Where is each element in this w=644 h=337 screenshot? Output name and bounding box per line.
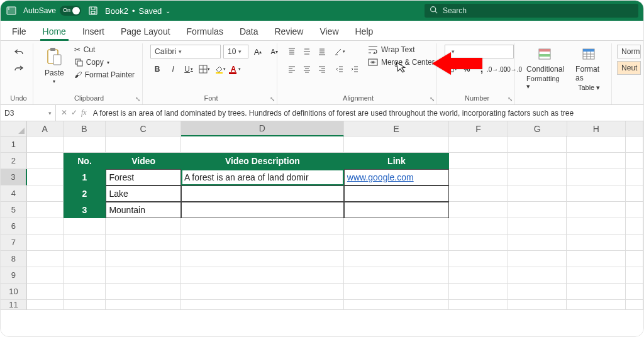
row-header[interactable]: 9: [1, 267, 27, 284]
cell[interactable]: [181, 300, 344, 310]
name-box[interactable]: D3 ▾: [1, 105, 56, 121]
tab-file[interactable]: File: [9, 23, 29, 40]
cell[interactable]: [567, 267, 626, 284]
table-cell[interactable]: www.google.com: [344, 169, 449, 185]
save-icon[interactable]: [87, 5, 99, 16]
align-center-button[interactable]: [300, 62, 314, 76]
alignment-launcher[interactable]: ⤡: [430, 96, 435, 102]
cell[interactable]: [567, 153, 626, 169]
cell[interactable]: [344, 267, 449, 284]
col-header-d[interactable]: D: [181, 121, 344, 136]
decrease-indent-button[interactable]: [333, 62, 347, 76]
col-header-g[interactable]: G: [508, 121, 567, 136]
row-header[interactable]: 10: [1, 284, 27, 300]
table-cell[interactable]: 1: [64, 169, 106, 185]
table-cell[interactable]: Mountain: [106, 202, 181, 218]
cell[interactable]: [106, 251, 181, 267]
row-header[interactable]: 3: [1, 169, 27, 185]
col-header-b[interactable]: B: [64, 121, 106, 136]
cell[interactable]: [508, 267, 567, 284]
cell[interactable]: [27, 235, 64, 251]
cell[interactable]: [344, 300, 449, 310]
number-launcher[interactable]: ⤡: [508, 96, 513, 102]
orientation-button[interactable]: ▾: [333, 45, 347, 58]
cell[interactable]: [344, 218, 449, 235]
table-cell[interactable]: [344, 202, 449, 218]
cell[interactable]: [344, 284, 449, 300]
cancel-formula-icon[interactable]: ✕: [61, 108, 67, 118]
cell[interactable]: [449, 153, 508, 169]
cell[interactable]: [449, 267, 508, 284]
cell[interactable]: [27, 300, 64, 310]
row-header[interactable]: 4: [1, 185, 27, 202]
cell[interactable]: [27, 153, 64, 169]
search-box[interactable]: Search: [425, 4, 638, 18]
row-header[interactable]: 6: [1, 218, 27, 235]
increase-font-button[interactable]: A▴: [251, 45, 265, 58]
cell[interactable]: [508, 153, 567, 169]
cell[interactable]: [106, 300, 181, 310]
cell[interactable]: [449, 136, 508, 153]
col-header-e[interactable]: E: [344, 121, 449, 136]
toggle-switch[interactable]: On: [60, 6, 81, 16]
row-header[interactable]: 7: [1, 235, 27, 251]
bold-button[interactable]: B: [150, 62, 164, 76]
table-header-no[interactable]: No.: [64, 153, 106, 169]
cell[interactable]: [626, 185, 643, 202]
cell[interactable]: [449, 284, 508, 300]
font-launcher[interactable]: ⤡: [270, 96, 275, 102]
cell[interactable]: [626, 235, 643, 251]
cell[interactable]: [181, 218, 344, 235]
cell[interactable]: [27, 284, 64, 300]
row-header[interactable]: 1: [1, 136, 27, 153]
spreadsheet-grid[interactable]: A B C D E F G H 1 2 No. Video Video Desc…: [1, 121, 643, 310]
select-all-corner[interactable]: [1, 121, 27, 136]
col-header-a[interactable]: A: [27, 121, 64, 136]
italic-button[interactable]: I: [166, 62, 180, 76]
table-header-desc[interactable]: Video Description: [181, 153, 344, 169]
cell[interactable]: [27, 267, 64, 284]
table-cell[interactable]: [344, 185, 449, 202]
cell[interactable]: [567, 185, 626, 202]
table-cell[interactable]: 2: [64, 185, 106, 202]
cell[interactable]: [508, 284, 567, 300]
col-header-c[interactable]: C: [106, 121, 181, 136]
tab-page-layout[interactable]: Page Layout: [118, 23, 173, 40]
hyperlink[interactable]: www.google.com: [347, 172, 414, 182]
table-cell[interactable]: [181, 185, 344, 202]
table-cell[interactable]: A forest is an area of land domir: [181, 169, 344, 185]
cell[interactable]: [27, 169, 64, 185]
clipboard-launcher[interactable]: ⤡: [135, 96, 140, 102]
row-header[interactable]: 2: [1, 153, 27, 169]
cell[interactable]: [181, 267, 344, 284]
tab-review[interactable]: Review: [272, 23, 306, 40]
cell[interactable]: [449, 218, 508, 235]
cell[interactable]: [64, 218, 106, 235]
cell-style-normal[interactable]: Norm: [617, 45, 641, 58]
table-cell[interactable]: Lake: [106, 185, 181, 202]
cell[interactable]: [626, 300, 643, 310]
align-bottom-button[interactable]: [315, 45, 329, 58]
font-size-combo[interactable]: 10▾: [223, 45, 248, 58]
cell[interactable]: [508, 300, 567, 310]
decrease-decimal-button[interactable]: .00→.0: [505, 62, 519, 76]
wrap-text-button[interactable]: Wrap Text: [365, 45, 443, 55]
cell[interactable]: [27, 218, 64, 235]
formula-text[interactable]: A forest is an area of land dominated by…: [93, 109, 638, 118]
table-header-video[interactable]: Video: [106, 153, 181, 169]
tab-insert[interactable]: Insert: [80, 23, 107, 40]
cell[interactable]: [106, 284, 181, 300]
paste-button[interactable]: Paste ▾: [41, 45, 68, 87]
underline-button[interactable]: U▾: [182, 62, 196, 76]
col-header-h[interactable]: H: [567, 121, 626, 136]
table-cell[interactable]: 3: [64, 202, 106, 218]
cell[interactable]: [626, 284, 643, 300]
tab-formulas[interactable]: Formulas: [184, 23, 226, 40]
cell[interactable]: [64, 267, 106, 284]
cell[interactable]: [449, 251, 508, 267]
cut-button[interactable]: ✂Cut: [72, 45, 137, 55]
cell[interactable]: [508, 251, 567, 267]
cell[interactable]: [27, 202, 64, 218]
row-header[interactable]: 8: [1, 251, 27, 267]
align-top-button[interactable]: [285, 45, 299, 58]
